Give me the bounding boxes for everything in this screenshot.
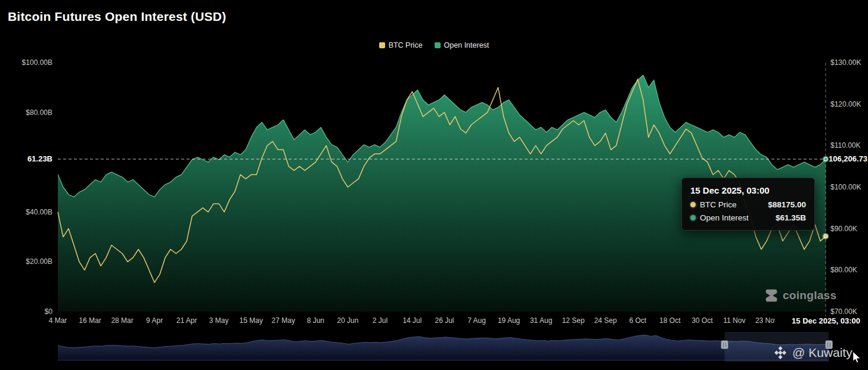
left-axis-tick: $0 <box>0 307 52 316</box>
x-axis-tick: 4 Mar <box>40 316 76 325</box>
open-interest-endpoint-dot <box>824 157 827 161</box>
x-axis-tick: 9 Apr <box>137 316 172 325</box>
x-axis-tick: 15 May <box>233 316 269 325</box>
right-axis-tick: $120.00K <box>830 100 861 108</box>
x-axis-tick: 7 Aug <box>459 316 495 325</box>
tooltip-date: 15 Dec 2025, 03:00 <box>690 185 806 195</box>
x-axis-current-date-badge: 15 Dec 2025, 03:00 <box>775 316 860 326</box>
open-interest-current-badge: 61.23B <box>0 154 52 164</box>
coinglass-watermark-text: coinglass <box>783 289 836 302</box>
tooltip-row-open-interest: Open Interest $61.35B <box>690 213 806 222</box>
right-axis-tick: $90.00K <box>830 225 857 233</box>
binance-logo-icon <box>774 346 787 359</box>
tooltip-value-btc-price: $88175.00 <box>768 200 806 209</box>
x-axis-tick: 26 Jul <box>427 316 463 325</box>
x-axis-tick: 31 Aug <box>523 316 559 325</box>
x-axis-tick: 11 Nov <box>717 316 752 325</box>
x-axis-tick: 28 Mar <box>104 316 140 325</box>
left-axis-tick: $80.00B <box>0 108 52 117</box>
open-interest-dot-icon <box>690 215 696 220</box>
right-axis-tick: $110.00K <box>830 141 861 150</box>
credit-text: @ Kuwaity <box>792 346 852 360</box>
navigator-area[interactable] <box>58 335 829 360</box>
x-axis-tick: 16 Mar <box>72 316 108 325</box>
mouse-cursor-icon <box>851 352 862 363</box>
x-axis-tick: 24 Sep <box>588 316 624 325</box>
tooltip-label-btc-price: BTC Price <box>700 200 737 209</box>
price-axis-current-badge: 106,206.73 <box>829 154 867 164</box>
left-axis-tick: $100.00B <box>0 58 52 67</box>
right-axis-tick: $130.00K <box>830 58 861 67</box>
credit-badge: @ Kuwaity <box>774 346 852 360</box>
x-axis-tick: 8 Jun <box>297 316 333 325</box>
tooltip-value-open-interest: $61.35B <box>776 213 806 222</box>
left-axis-tick: $40.00B <box>0 208 52 216</box>
navigator-handle-left[interactable] <box>721 340 728 349</box>
x-axis-tick: 18 Oct <box>652 316 688 325</box>
x-axis-tick: 2 Jul <box>362 316 398 325</box>
right-axis-tick: $70.00K <box>830 307 857 316</box>
x-axis-tick: 19 Aug <box>491 316 527 325</box>
btc-price-endpoint-dot <box>824 234 827 238</box>
coinglass-logo-icon <box>764 288 779 303</box>
right-axis-tick: $80.00K <box>830 266 857 274</box>
coinglass-watermark: coinglass <box>764 288 836 303</box>
btc-price-dot-icon <box>690 202 696 207</box>
navigator-handle-right[interactable] <box>825 340 833 349</box>
x-axis-tick: 14 Jul <box>394 316 430 325</box>
x-axis-tick: 12 Sep <box>556 316 591 325</box>
x-axis-tick: 21 Apr <box>169 316 204 325</box>
tooltip: 15 Dec 2025, 03:00 BTC Price $88175.00 O… <box>681 178 815 231</box>
tooltip-row-btc-price: BTC Price $88175.00 <box>690 200 806 209</box>
x-axis-tick: 20 Jun <box>330 316 365 325</box>
x-axis-tick: 6 Oct <box>620 316 656 325</box>
x-axis-tick: 3 May <box>201 316 237 325</box>
tooltip-label-open-interest: Open Interest <box>700 213 749 222</box>
x-axis-tick: 27 May <box>265 316 301 325</box>
chart-page: Bitcoin Futures Open Interest (USD) BTC … <box>0 0 868 370</box>
right-axis-tick: $100.00K <box>830 183 861 191</box>
left-axis-tick: $20.00B <box>0 257 52 266</box>
x-axis-tick: 30 Oct <box>684 316 720 325</box>
